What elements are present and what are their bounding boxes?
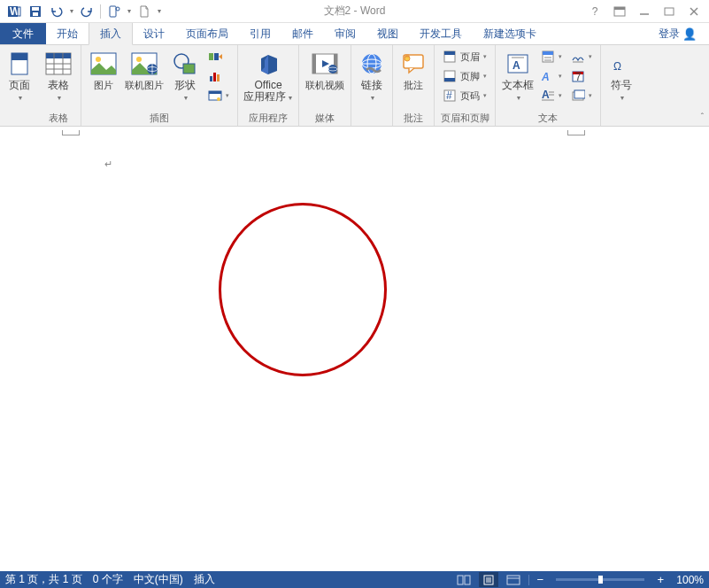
svg-point-42	[328, 65, 337, 74]
textbox-icon: A	[504, 50, 532, 78]
undo-dropdown-icon[interactable]: ▾	[67, 7, 76, 15]
illustrations-small: ▾	[204, 47, 233, 105]
touch-dropdown-icon[interactable]: ▾	[125, 7, 134, 15]
margin-marker-left	[62, 130, 80, 135]
new-doc-icon[interactable]	[134, 2, 155, 21]
status-words[interactable]: 0 个字	[93, 572, 123, 587]
online-video-button[interactable]: 联机视频	[304, 47, 346, 91]
svg-text:#: #	[446, 89, 452, 102]
dropcap-button[interactable]: A▾	[537, 86, 566, 105]
group-label-text: 文本	[500, 112, 596, 126]
shapes-icon	[171, 50, 199, 78]
chevron-down-icon: ▼	[18, 95, 24, 101]
touch-mode-icon[interactable]	[104, 2, 125, 21]
screenshot-button[interactable]: ▾	[204, 86, 233, 105]
textbox-button[interactable]: A 文本框▼	[500, 47, 536, 104]
shapes-button[interactable]: 形状▼	[167, 47, 203, 104]
svg-rect-33	[210, 76, 212, 81]
tab-design[interactable]: 设计	[133, 23, 175, 44]
document-area[interactable]: ↵	[0, 127, 709, 571]
maximize-icon[interactable]	[658, 3, 681, 20]
zoom-out-button[interactable]: −	[535, 573, 545, 586]
tab-file[interactable]: 文件	[0, 23, 46, 44]
undo-icon[interactable]	[46, 2, 67, 21]
tab-newtab[interactable]: 新建选项卡	[473, 23, 547, 44]
read-mode-icon[interactable]	[454, 572, 474, 587]
object-button[interactable]: ▾	[567, 86, 596, 105]
status-lang[interactable]: 中文(中国)	[134, 572, 183, 587]
web-layout-icon[interactable]	[504, 572, 523, 587]
group-label-tables: 表格	[41, 112, 76, 126]
group-text: A 文本框▼ ▾ A▾ A▾ ▾ 7 ▾ 文本	[496, 45, 601, 126]
symbol-label: 符号	[611, 79, 632, 91]
tab-references[interactable]: 引用	[239, 23, 281, 44]
collapse-ribbon-icon[interactable]: ˆ	[701, 112, 704, 122]
text-stack1: ▾ A▾ A▾	[537, 47, 566, 105]
ribbon-display-icon[interactable]	[608, 3, 631, 20]
print-layout-icon[interactable]	[479, 572, 498, 587]
group-label-comments: 批注	[397, 112, 429, 126]
wordart-button[interactable]: A▾	[537, 66, 566, 86]
shapes-label: 形状	[174, 79, 196, 91]
help-icon[interactable]: ?	[583, 3, 606, 20]
status-right: − + 100%	[454, 572, 704, 587]
group-label-media: 媒体	[304, 112, 346, 126]
paragraph-mark-icon: ↵	[104, 159, 112, 170]
save-icon[interactable]	[25, 2, 46, 21]
smartart-button[interactable]	[204, 47, 233, 66]
tab-home[interactable]: 开始	[46, 23, 89, 44]
svg-text:7: 7	[575, 71, 582, 83]
wordart-icon: A	[541, 69, 555, 83]
close-icon[interactable]	[682, 3, 705, 20]
chevron-down-icon: ▾	[483, 73, 487, 80]
footer-button[interactable]: 页脚▾	[439, 66, 490, 86]
cover-page-icon	[5, 50, 34, 78]
status-separator	[528, 575, 529, 585]
datetime-button[interactable]: 7	[567, 66, 596, 86]
login-link[interactable]: 登录 👤	[648, 23, 709, 44]
tab-review[interactable]: 审阅	[324, 23, 366, 44]
group-pages: 页面▼	[0, 45, 36, 126]
svg-rect-53	[444, 51, 455, 55]
svg-text:A: A	[541, 71, 550, 83]
comment-label: 批注	[404, 80, 423, 91]
office-apps-button[interactable]: Office应用程序▼	[243, 47, 294, 104]
group-media: 联机视频 媒体	[299, 45, 351, 126]
shape-circle[interactable]	[219, 203, 387, 376]
svg-point-23	[96, 57, 101, 62]
smartart-icon	[208, 50, 222, 64]
comment-button[interactable]: 批注	[397, 47, 429, 91]
picture-button[interactable]: 图片	[86, 47, 121, 91]
zoom-level[interactable]: 100%	[676, 574, 704, 586]
header-button[interactable]: 页眉▾	[439, 47, 490, 66]
zoom-slider[interactable]	[556, 578, 644, 581]
qat-customize-icon[interactable]: ▾	[155, 7, 164, 15]
symbol-button[interactable]: Ω 符号▼	[605, 47, 637, 104]
status-mode[interactable]: 插入	[194, 572, 215, 587]
zoom-thumb[interactable]	[598, 576, 603, 584]
table-button[interactable]: 表格▼	[41, 47, 76, 104]
online-picture-button[interactable]: 联机图片	[123, 47, 166, 91]
zoom-in-button[interactable]: +	[655, 573, 666, 586]
signature-button[interactable]: ▾	[567, 47, 596, 66]
pagenum-button[interactable]: #页码▾	[439, 86, 490, 105]
ribbon: 页面▼ 表格▼ 表格 图片	[0, 45, 709, 127]
redo-icon[interactable]	[76, 2, 97, 21]
minimize-icon[interactable]	[633, 3, 656, 20]
svg-rect-17	[46, 53, 71, 58]
tab-mailings[interactable]: 邮件	[281, 23, 324, 44]
word-app-icon[interactable]: W	[4, 2, 25, 21]
group-label-illustrations: 插图	[86, 112, 233, 126]
tab-view[interactable]: 视图	[366, 23, 409, 44]
online-picture-label: 联机图片	[125, 80, 164, 91]
chart-button[interactable]	[204, 66, 233, 86]
tab-layout[interactable]: 页面布局	[175, 23, 239, 44]
tab-insert[interactable]: 插入	[89, 23, 133, 45]
comment-icon	[399, 50, 428, 78]
pages-button[interactable]: 页面▼	[4, 47, 35, 104]
status-page[interactable]: 第 1 页，共 1 页	[5, 572, 82, 587]
header-icon	[443, 50, 457, 64]
links-button[interactable]: 链接▼	[356, 47, 388, 104]
quickparts-button[interactable]: ▾	[537, 47, 566, 66]
tab-developer[interactable]: 开发工具	[409, 23, 473, 44]
